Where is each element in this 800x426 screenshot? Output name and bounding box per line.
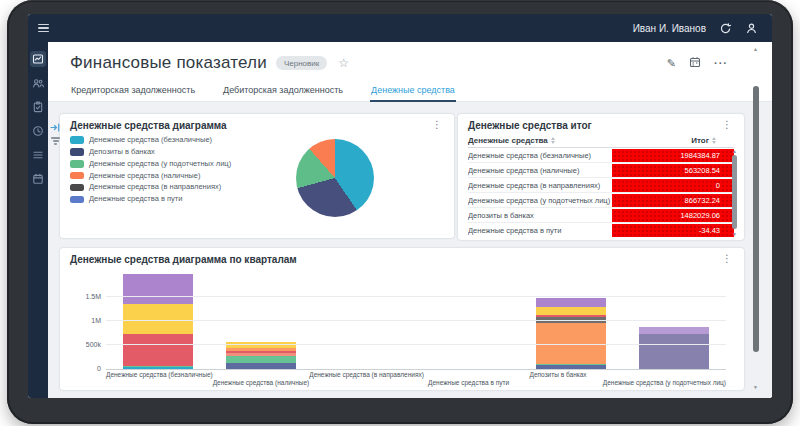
row-value: 1482029.06 xyxy=(612,209,734,222)
legend-label: Денежные средства в пути xyxy=(89,195,182,203)
bar-slot xyxy=(416,269,519,369)
legend-swatch xyxy=(70,172,84,180)
row-label: Денежные средства в пути xyxy=(468,223,612,237)
row-label: Денежные средства (безналичные) xyxy=(468,148,612,162)
x-axis-label: Денежные средства (безналичные) xyxy=(106,371,213,378)
panel-title: Денежные средства диаграмма по кварталам xyxy=(70,254,297,265)
bar-segment xyxy=(536,298,606,307)
bar-segment xyxy=(123,367,193,369)
stacked-bar[interactable] xyxy=(123,274,193,369)
sort-icon xyxy=(712,137,716,144)
panel-cash-quarterly: Денежные средства диаграмма по кварталам… xyxy=(60,248,744,390)
legend-item[interactable]: Денежные средства в пути xyxy=(70,195,282,203)
main-area: Финансовые показатели Черновик ☆ ✎ ··· К… xyxy=(48,42,772,398)
sort-icon xyxy=(551,137,555,144)
legend-item[interactable]: Депозиты в банках xyxy=(70,148,282,156)
tab-bar: Кредиторская задолженностьДебиторская за… xyxy=(48,82,772,102)
table-row[interactable]: Денежные средства (у подотчетных лиц)866… xyxy=(468,193,734,208)
edit-icon[interactable]: ✎ xyxy=(667,57,676,70)
menu-icon[interactable] xyxy=(28,24,58,33)
legend-item[interactable]: Денежные средства (безналичные) xyxy=(70,136,282,144)
more-icon[interactable]: ··· xyxy=(714,57,728,69)
sidebar-item-dashboard[interactable] xyxy=(30,51,46,67)
scrollbar-thumb xyxy=(753,86,759,352)
bar-segment xyxy=(536,307,606,315)
gridline xyxy=(106,296,726,297)
stacked-bar[interactable] xyxy=(639,327,709,369)
scroll-down-icon: ▼ xyxy=(752,384,759,390)
bar-slot xyxy=(519,269,622,369)
bar-segment xyxy=(639,334,709,369)
filter-icon[interactable] xyxy=(51,137,60,145)
y-axis-tick: 1.5M xyxy=(85,293,101,300)
sidebar-item-calendar[interactable] xyxy=(30,171,46,187)
kebab-menu-icon[interactable]: ⋮ xyxy=(720,120,734,130)
table-row[interactable]: Денежные средства (в направлениях)0 xyxy=(468,178,734,193)
table-scrollbar[interactable]: ▲ ▼ xyxy=(731,148,738,237)
sidebar-item-list[interactable] xyxy=(30,147,46,163)
bar-slot xyxy=(106,269,209,369)
legend-item[interactable]: Денежные средства (в направлениях) xyxy=(70,183,282,191)
user-icon[interactable] xyxy=(745,22,758,35)
row-value: 1984384.87 xyxy=(612,149,734,162)
top-bar: Иван И. Иванов xyxy=(28,14,772,42)
table-row[interactable]: Депозиты в банках1482029.06 xyxy=(468,208,734,223)
y-axis-tick: 1M xyxy=(91,317,101,324)
table-row[interactable]: Денежные средства (наличные)563208.54 xyxy=(468,163,734,178)
legend-swatch xyxy=(70,160,84,168)
panel-title: Денежные средства диаграмма xyxy=(70,120,227,131)
status-badge: Черновик xyxy=(276,56,327,70)
legend-swatch xyxy=(70,148,84,156)
x-axis-label: Денежные средства (в направлениях) xyxy=(309,371,424,378)
refresh-icon[interactable] xyxy=(719,22,732,35)
table-row[interactable]: Денежные средства (безналичные)1984384.8… xyxy=(468,148,734,163)
table-rows: Денежные средства (безналичные)1984384.8… xyxy=(468,148,734,237)
kebab-menu-icon[interactable]: ⋮ xyxy=(430,120,444,130)
tab-0[interactable]: Кредиторская задолженность xyxy=(70,82,196,101)
sidebar-item-tasks[interactable] xyxy=(30,99,46,115)
bar-slot xyxy=(623,269,726,369)
x-axis-label: Денежные средства (у подотчетных лиц) xyxy=(603,379,726,386)
tab-1[interactable]: Дебиторская задолженность xyxy=(222,82,344,101)
pie-chart[interactable] xyxy=(296,139,374,217)
user-name[interactable]: Иван И. Иванов xyxy=(633,23,706,34)
main-scrollbar[interactable]: ▲ ▼ xyxy=(752,46,759,390)
stacked-bar[interactable] xyxy=(536,298,606,369)
bar-segment xyxy=(123,304,193,334)
tab-2[interactable]: Денежные средства xyxy=(370,82,456,101)
pie-legend: Денежные средства (безналичные)Депозиты … xyxy=(70,136,282,217)
column-header-total[interactable]: Итог xyxy=(691,136,734,145)
calendar-icon[interactable] xyxy=(689,54,701,72)
row-value: 866732.24 xyxy=(612,194,734,207)
stacked-bar[interactable] xyxy=(226,342,296,369)
sidebar-item-users[interactable] xyxy=(30,75,46,91)
panel-title: Денежные средства итог xyxy=(468,120,592,131)
legend-label: Денежные средства (безналичные) xyxy=(89,136,212,144)
row-label: Денежные средства (наличные) xyxy=(468,163,612,177)
table-header: Денежные средства Итог xyxy=(468,134,734,148)
row-label: Денежные средства (в направлениях) xyxy=(468,178,612,192)
sidebar-item-history[interactable] xyxy=(30,123,46,139)
row-label: Депозиты в банках xyxy=(468,208,612,222)
legend-swatch xyxy=(70,136,84,144)
bar-segment xyxy=(123,274,193,304)
legend-label: Денежные средства (в направлениях) xyxy=(89,183,221,191)
row-value: 0 xyxy=(612,179,734,192)
legend-label: Денежные средства (у подотчетных лиц) xyxy=(89,160,231,168)
y-axis-tick: 500k xyxy=(86,341,101,348)
legend-swatch xyxy=(70,196,84,204)
column-header-name[interactable]: Денежные средства xyxy=(468,136,555,145)
scroll-up-icon: ▲ xyxy=(752,46,759,52)
kebab-menu-icon[interactable]: ⋮ xyxy=(720,254,734,264)
star-icon[interactable]: ☆ xyxy=(338,57,349,69)
table-row[interactable]: Денежные средства в пути-34.43 xyxy=(468,223,734,237)
bar-chart-xlabels: Денежные средства (безналичные)Денежные … xyxy=(106,371,726,378)
x-axis-label: Денежные средства в пути xyxy=(424,379,514,386)
gridline xyxy=(106,320,726,321)
bar-segment xyxy=(536,365,606,369)
gridline xyxy=(106,344,726,345)
legend-item[interactable]: Денежные средства (у подотчетных лиц) xyxy=(70,160,282,168)
bar-slot xyxy=(209,269,312,369)
page-header: Финансовые показатели Черновик ☆ ✎ ··· xyxy=(48,42,772,82)
legend-item[interactable]: Денежные средства (наличные) xyxy=(70,172,282,180)
